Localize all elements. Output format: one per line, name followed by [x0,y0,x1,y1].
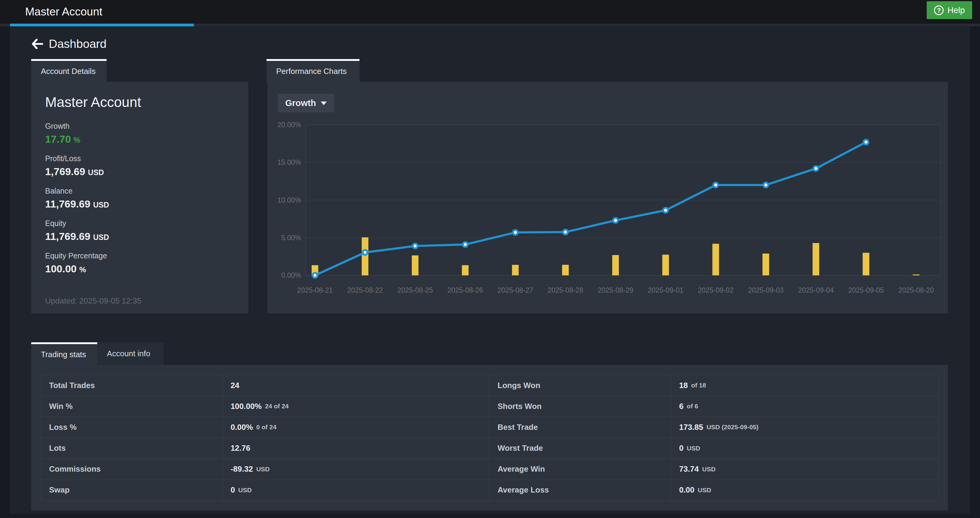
table-row: Average Loss0.00USD [490,480,938,500]
svg-text:20.00%: 20.00% [277,121,301,129]
tab-trading-stats[interactable]: Trading stats [31,342,97,365]
svg-text:2025-08-29: 2025-08-29 [598,286,633,294]
svg-text:15.00%: 15.00% [277,158,301,166]
table-row: Worst Trade0USD [490,438,938,459]
updated-timestamp: Updated: 2025-09-05 12:35 [45,296,142,306]
help-button[interactable]: ? Help [927,1,972,19]
stat-name-cell: Win % [41,396,223,416]
table-row: Win %100.00%24 of 24 [41,395,489,416]
table-row: Average Win73.74USD [490,459,938,480]
active-tab-underline [10,24,194,26]
stat-name-cell: Total Trades [41,375,223,395]
stat-value-cell: 73.74USD [671,459,938,480]
table-row: Commissions-89.32USD [41,459,489,480]
svg-text:2025-08-27: 2025-08-27 [498,286,533,294]
stat-name-cell: Shorts Won [490,396,671,416]
tab-trading-stats-label: Trading stats [41,350,86,359]
table-row: Best Trade173.85USD (2025-09-05) [490,416,938,437]
svg-text:2025-08-25: 2025-08-25 [397,286,433,294]
stat-value-cell: 6of 6 [671,396,938,416]
stat-value-cell: 18of 18 [671,375,938,395]
stat-value: 11,769.69USD [45,231,248,242]
svg-text:10.00%: 10.00% [277,196,301,204]
back-arrow-icon [32,39,43,49]
table-row: Swap0USD [41,480,489,500]
stat-value-cell: -89.32USD [223,459,489,480]
svg-text:0.00%: 0.00% [282,271,301,279]
stat-value-cell: 12.76 [223,438,489,459]
stat-value-cell: 0.00USD [671,480,938,500]
svg-text:2025-09-04: 2025-09-04 [798,286,834,294]
svg-text:2025-08-21: 2025-08-21 [297,286,333,294]
stat-label: Equity [45,219,248,228]
tab-account-info[interactable]: Account info [97,342,164,365]
stat-label: Equity Percentage [45,252,248,260]
main-content: Dashboard Account Details Master Account… [10,26,970,514]
stat-name-cell: Loss % [41,417,223,437]
table-row: Shorts Won6of 6 [490,395,938,416]
stat-value: 100.00% [45,263,248,275]
performance-charts-panel: Growth 0.00%5.00%10.00%15.00%20.00%2025-… [267,82,948,314]
account-details-panel: Master Account Growth17.70%Profit/Loss1,… [31,82,248,314]
stat-label: Balance [45,186,248,195]
svg-text:2025-09-01: 2025-09-01 [648,286,684,294]
stat-label: Growth [45,122,248,131]
stats-table-left: Total Trades24Win %100.00%24 of 24Loss %… [41,375,489,500]
stat-pair: Balance11,769.69USD [45,186,248,210]
stat-name-cell: Average Win [490,459,671,480]
chart-type-dropdown-label: Growth [285,98,316,108]
tab-account-details[interactable]: Account Details [31,59,107,82]
trading-stats-tables: Total Trades24Win %100.00%24 of 24Loss %… [41,375,938,501]
tab-underline-track [0,24,980,26]
top-bar: Master Account ? Help [0,0,980,24]
tab-performance-charts[interactable]: Performance Charts [267,59,360,82]
table-row: Longs Won18of 18 [490,375,938,395]
stat-pair: Equity11,769.69USD [45,219,248,242]
stat-label: Profit/Loss [45,154,248,163]
account-stats: Growth17.70%Profit/Loss1,769.69USDBalanc… [31,122,248,275]
svg-text:5.00%: 5.00% [282,234,301,242]
svg-text:2025-08-26: 2025-08-26 [447,286,483,294]
stat-name-cell: Best Trade [490,417,671,437]
account-name: Master Account [45,94,248,110]
table-row: Loss %0.00%0 of 24 [41,416,489,437]
stat-value: 1,769.69USD [45,166,248,177]
stat-value-cell: 100.00%24 of 24 [223,396,489,416]
stat-name-cell: Average Loss [490,480,671,500]
stat-name-cell: Longs Won [490,375,671,395]
chart-type-dropdown[interactable]: Growth [278,94,334,112]
table-row: Total Trades24 [41,375,489,395]
dashboard-label: Dashboard [49,37,107,51]
tab-account-details-label: Account Details [41,67,96,76]
svg-text:2025-09-05: 2025-09-05 [848,286,884,294]
stats-table-right: Longs Won18of 18Shorts Won6of 6Best Trad… [489,375,938,500]
svg-text:2025-09-03: 2025-09-03 [748,286,784,294]
back-to-dashboard-link[interactable]: Dashboard [32,37,107,51]
tab-account-info-label: Account info [107,349,150,359]
chevron-down-icon [321,102,327,105]
trading-stats-panel: Total Trades24Win %100.00%24 of 24Loss %… [31,365,948,510]
stat-value-cell: 0USD [223,480,489,500]
question-icon: ? [934,5,943,15]
tab-performance-charts-label: Performance Charts [276,67,347,76]
stat-value-cell: 0USD [671,438,938,459]
table-row: Lots12.76 [41,438,489,459]
svg-text:2025-08-22: 2025-08-22 [347,286,383,294]
stat-name-cell: Worst Trade [490,438,671,459]
stat-value-cell: 24 [223,375,489,395]
svg-text:2025-08-20: 2025-08-20 [898,286,934,294]
growth-chart: 0.00%5.00%10.00%15.00%20.00%2025-08-2120… [274,116,943,308]
stat-value: 11,769.69USD [45,198,248,210]
stat-pair: Growth17.70% [45,122,248,145]
stat-pair: Equity Percentage100.00% [45,252,248,275]
help-button-label: Help [947,5,965,15]
stat-value: 17.70% [45,133,248,145]
stat-pair: Profit/Loss1,769.69USD [45,154,248,177]
stat-value-cell: 173.85USD (2025-09-05) [671,417,938,437]
svg-text:2025-08-28: 2025-08-28 [547,286,583,294]
stat-name-cell: Commissions [41,459,223,480]
stat-name-cell: Swap [41,480,223,500]
stat-name-cell: Lots [41,438,223,459]
stat-value-cell: 0.00%0 of 24 [223,417,489,437]
page-title: Master Account [25,0,102,24]
